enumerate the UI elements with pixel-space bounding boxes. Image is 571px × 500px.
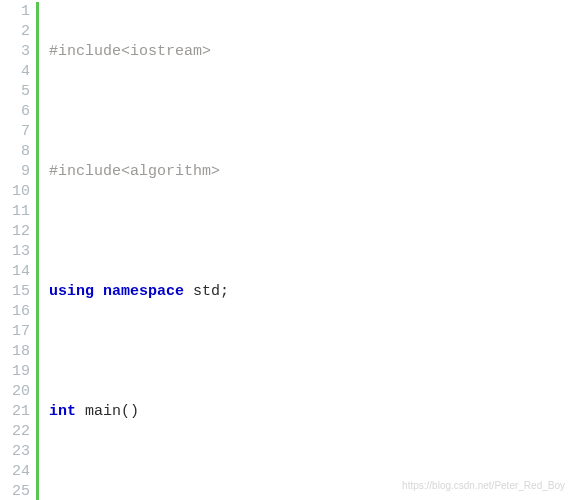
preprocessor: #include<algorithm> <box>49 163 220 180</box>
line-number: 12 <box>0 222 30 242</box>
line-number: 6 <box>0 102 30 122</box>
line-number: 7 <box>0 122 30 142</box>
code-line <box>49 342 571 362</box>
line-number: 17 <box>0 322 30 342</box>
line-number: 2 <box>0 22 30 42</box>
line-number: 3 <box>0 42 30 62</box>
code-editor: 1 2 3 4 5 6 7 8 9 10 11 12 13 14 15 16 1… <box>0 0 571 500</box>
line-number: 22 <box>0 422 30 442</box>
line-number: 1 <box>0 2 30 22</box>
line-number: 24 <box>0 462 30 482</box>
line-number-gutter: 1 2 3 4 5 6 7 8 9 10 11 12 13 14 15 16 1… <box>0 2 36 500</box>
line-number: 15 <box>0 282 30 302</box>
line-number: 25 <box>0 482 30 500</box>
preprocessor: #include<iostream> <box>49 43 211 60</box>
line-number: 4 <box>0 62 30 82</box>
line-number: 11 <box>0 202 30 222</box>
line-number: 14 <box>0 262 30 282</box>
code-line: #include<algorithm> <box>49 162 571 182</box>
line-number: 21 <box>0 402 30 422</box>
keyword: int <box>49 403 76 420</box>
line-number: 23 <box>0 442 30 462</box>
code-line <box>49 222 571 242</box>
line-number: 16 <box>0 302 30 322</box>
code-text: main() <box>76 403 139 420</box>
watermark-text: https://blog.csdn.net/Peter_Red_Boy <box>402 476 565 496</box>
change-marker-bar <box>36 2 39 500</box>
code-line: using namespace std; <box>49 282 571 302</box>
code-line: int main() <box>49 402 571 422</box>
code-line: #include<iostream> <box>49 42 571 62</box>
line-number: 8 <box>0 142 30 162</box>
line-number: 9 <box>0 162 30 182</box>
line-number: 18 <box>0 342 30 362</box>
line-number: 13 <box>0 242 30 262</box>
code-text: std; <box>184 283 229 300</box>
keyword: using <box>49 283 94 300</box>
keyword: namespace <box>103 283 184 300</box>
line-number: 19 <box>0 362 30 382</box>
line-number: 10 <box>0 182 30 202</box>
code-area[interactable]: #include<iostream> #include<algorithm> u… <box>49 2 571 500</box>
line-number: 5 <box>0 82 30 102</box>
code-line <box>49 102 571 122</box>
line-number: 20 <box>0 382 30 402</box>
